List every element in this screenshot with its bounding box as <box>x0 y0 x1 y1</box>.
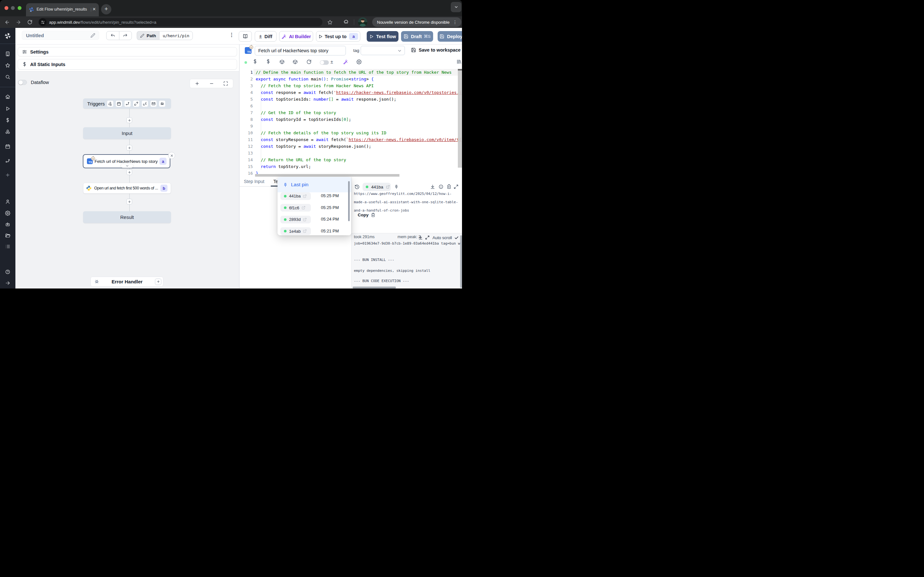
path-edit-button[interactable]: Path <box>137 31 159 40</box>
path-value[interactable]: u/henri/pin <box>159 31 193 40</box>
dropdown-scrollbar[interactable] <box>348 181 350 221</box>
insert-step-button[interactable] <box>126 145 132 151</box>
resources-dollar-icon[interactable] <box>266 59 271 64</box>
history-icon[interactable] <box>355 184 360 189</box>
docs-button[interactable] <box>239 31 252 42</box>
clipboard-icon[interactable] <box>447 184 451 189</box>
package-icon[interactable] <box>279 59 284 64</box>
code-editor[interactable]: 12345678910111213141516 // Define the ma… <box>240 69 462 177</box>
remove-step-button[interactable] <box>168 152 175 159</box>
schedules-icon[interactable] <box>5 144 10 149</box>
zoom-out-button[interactable] <box>204 79 219 88</box>
result-node[interactable]: Result <box>83 211 171 223</box>
editor-horizontal-scrollbar[interactable] <box>255 174 399 177</box>
input-node[interactable]: Input <box>83 127 171 139</box>
logs-horizontal-scrollbar[interactable] <box>352 287 396 288</box>
external-link-icon[interactable] <box>303 218 307 221</box>
expand-icon[interactable] <box>454 184 459 189</box>
tab-close-icon[interactable]: ✕ <box>92 7 96 11</box>
zoom-in-button[interactable] <box>190 79 204 88</box>
external-link-icon[interactable] <box>303 229 307 233</box>
undo-button[interactable] <box>107 31 120 40</box>
settings-gear-icon[interactable] <box>5 211 10 216</box>
insert-step-button[interactable] <box>126 199 132 205</box>
pin-job-pill[interactable]: 1e4ab <box>280 227 311 235</box>
flow-settings-row[interactable]: Settings <box>18 47 237 56</box>
library-panel-icon[interactable] <box>457 59 461 64</box>
info-icon[interactable] <box>439 184 443 189</box>
traffic-minimize-button[interactable] <box>11 6 15 10</box>
schedule-trigger-icon[interactable] <box>116 101 122 107</box>
redo-button[interactable] <box>120 31 132 40</box>
traffic-close-button[interactable] <box>5 6 8 10</box>
pin-history-row[interactable]: 6f1c605:25 PM <box>278 202 351 214</box>
site-settings-icon[interactable] <box>39 18 47 26</box>
tab-step-input[interactable]: Step Input <box>244 179 264 184</box>
forward-button[interactable] <box>14 16 23 28</box>
save-to-workspace-button[interactable]: Save to workspace <box>411 47 461 53</box>
check-icon[interactable] <box>454 235 459 240</box>
extensions-icon[interactable] <box>342 16 351 28</box>
deploy-button[interactable]: Deploy <box>438 31 462 42</box>
pin-history-row[interactable]: 1e4ab05:21 PM <box>278 226 351 235</box>
logs-list-icon[interactable] <box>5 244 10 249</box>
tab-search-button[interactable] <box>451 2 461 12</box>
package-icon[interactable] <box>292 59 298 64</box>
more-options-kebab-icon[interactable]: ⋮ <box>229 32 233 41</box>
pin-job-pill[interactable]: 441ba <box>280 192 311 200</box>
pin-history-row[interactable]: 441ba05:25 PM <box>278 190 351 202</box>
workspace-icon[interactable] <box>5 51 10 56</box>
new-tab-button[interactable]: + <box>101 4 111 15</box>
url-bar[interactable]: app.windmill.dev/flows/edit/u/henri/pin_… <box>39 18 322 26</box>
bookmark-star-icon[interactable] <box>326 16 334 28</box>
insert-step-button[interactable] <box>126 117 132 123</box>
external-link-icon[interactable] <box>386 185 390 189</box>
diff-button[interactable]: ± Diff <box>255 31 276 42</box>
dataflow-toggle[interactable] <box>18 80 27 85</box>
chrome-update-button[interactable]: Nouvelle version de Chrome disponible ⋮ <box>372 17 461 27</box>
kafka-trigger-icon[interactable] <box>142 101 148 107</box>
favorites-star-icon[interactable] <box>5 63 10 68</box>
insert-step-button[interactable] <box>126 169 132 175</box>
step-title-input[interactable]: Fetch url of HackerNews top story <box>255 46 346 55</box>
draft-button[interactable]: Draft ⌘S <box>401 31 433 42</box>
add-error-handler-button[interactable] <box>155 279 162 285</box>
diff-mode-toggle[interactable] <box>320 60 329 65</box>
edit-pencil-icon[interactable] <box>90 33 95 38</box>
logs-vertical-scrollbar[interactable] <box>460 235 462 288</box>
expand-sidebar-arrow-icon[interactable] <box>5 280 10 285</box>
fit-view-button[interactable] <box>218 79 233 88</box>
expand-logs-icon[interactable] <box>425 235 430 240</box>
test-flow-button[interactable]: Test flow <box>367 31 399 42</box>
users-icon[interactable] <box>5 199 10 204</box>
expand-step-chevron[interactable] <box>121 164 134 168</box>
ai-builder-button[interactable]: AI Builder <box>279 31 313 42</box>
help-icon[interactable] <box>5 269 10 274</box>
download-icon[interactable] <box>430 184 435 189</box>
editor-vertical-scrollbar[interactable] <box>458 69 462 168</box>
error-handler-node[interactable]: Error Handler <box>90 277 163 287</box>
step-b-node[interactable]: Open url and fetch first 500 words of ..… <box>83 183 171 193</box>
external-link-icon[interactable] <box>303 194 307 198</box>
poll-trigger-icon[interactable] <box>159 101 165 107</box>
tag-select[interactable] <box>360 46 405 55</box>
download-logs-icon[interactable] <box>418 235 423 240</box>
triggers-node[interactable]: Triggers <box>83 98 171 109</box>
workers-robot-icon[interactable] <box>5 222 10 227</box>
reload-button[interactable] <box>26 16 34 28</box>
chrome-menu-kebab-icon[interactable]: ⋮ <box>453 19 457 25</box>
resources-icon[interactable] <box>5 129 10 134</box>
browser-tab[interactable]: Edit Flow u/henri/pin_results | ✕ <box>26 3 99 16</box>
runs-icon[interactable] <box>5 106 10 111</box>
all-static-inputs-row[interactable]: All Static Inputs <box>18 59 237 69</box>
profile-avatar[interactable] <box>358 17 367 27</box>
route-trigger-icon[interactable] <box>124 101 131 107</box>
flow-name-input[interactable]: Untitled <box>22 31 99 40</box>
test-up-to-step-badge[interactable]: a <box>349 33 358 40</box>
last-pin-option[interactable]: Last pin <box>278 177 351 192</box>
flows-icon[interactable] <box>5 158 10 163</box>
pin-icon[interactable] <box>394 184 399 189</box>
webhook-trigger-icon[interactable] <box>107 101 113 107</box>
ai-wand-icon[interactable] <box>343 59 348 64</box>
home-icon[interactable] <box>5 94 10 99</box>
